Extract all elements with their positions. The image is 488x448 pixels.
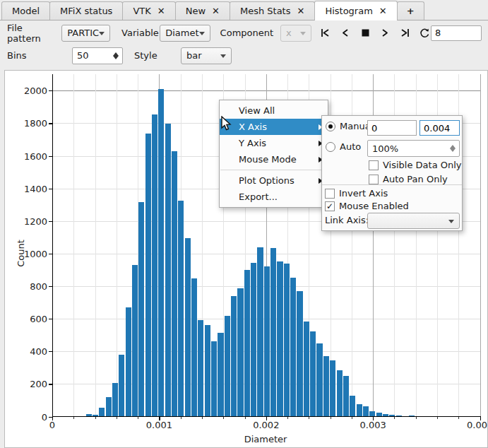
variable-combobox[interactable]: Diamet [160, 25, 210, 42]
x-minor-tick-mark [138, 417, 138, 419]
chevron-down-icon [220, 54, 226, 61]
histogram-bar [132, 265, 138, 416]
style-combobox[interactable]: bar [181, 47, 232, 64]
spin-down-icon[interactable] [113, 56, 119, 62]
menu-item-label: X Axis [239, 122, 267, 132]
tab-histogram[interactable]: Histogram✕ [314, 1, 397, 20]
histogram-bar [304, 322, 309, 416]
auto-percent-spinbox[interactable]: 100% [367, 140, 460, 157]
x-tick-label: 0.003 [360, 420, 386, 430]
checkbox-row-mouse-enabled: ✓Mouse Enabled [325, 201, 409, 211]
chevron-down-icon [448, 220, 454, 226]
refresh-button[interactable] [419, 27, 431, 39]
bins-spinbox[interactable]: 50 [72, 47, 123, 64]
tab-label: Mesh Stats [240, 6, 291, 16]
spin-up-icon[interactable] [450, 142, 456, 148]
gridline-vertical-minor [117, 74, 117, 417]
tab-new[interactable]: New✕ [175, 1, 230, 20]
step-forward-button[interactable] [379, 27, 391, 39]
close-icon[interactable]: ✕ [379, 6, 387, 16]
file-pattern-combobox[interactable]: PARTIC [61, 25, 110, 42]
y-tick-label: 1600 [24, 151, 47, 161]
histogram-bar [337, 370, 343, 417]
histogram-bar [178, 201, 184, 417]
chevron-down-icon [199, 32, 205, 38]
skip-backward-button[interactable] [320, 27, 332, 39]
menu-item-label: Y Axis [239, 138, 266, 148]
menu-item-y-axis[interactable]: Y Axis [220, 135, 328, 151]
axis-min-input[interactable] [367, 120, 417, 136]
menu-item-export[interactable]: Export... [220, 189, 328, 205]
checkbox[interactable] [369, 160, 379, 170]
checkbox[interactable] [325, 189, 335, 199]
menu-item-label: View All [239, 105, 275, 116]
histogram-bar [270, 248, 276, 417]
histogram-bar [211, 341, 217, 417]
x-minor-tick-mark [245, 417, 246, 419]
chevron-down-icon [300, 32, 306, 38]
checkbox[interactable] [369, 175, 379, 184]
x-minor-tick-mark [287, 417, 288, 419]
menu-item-x-axis[interactable]: X Axis [220, 119, 328, 135]
frame-index-input[interactable] [431, 25, 482, 41]
stop-button[interactable] [359, 27, 371, 39]
x-axis-line [52, 416, 481, 417]
checkbox-label: Visible Data Only [383, 160, 462, 170]
close-icon[interactable]: ✕ [212, 6, 220, 16]
x-minor-tick-mark [73, 417, 74, 419]
y-tick-label: 400 [30, 346, 47, 357]
checkbox-label: Auto Pan Only [383, 174, 448, 184]
component-value: x [286, 28, 292, 38]
histogram-bar [310, 331, 316, 417]
histogram-bar [138, 202, 144, 417]
histogram-bar [257, 247, 263, 417]
histogram-bar [264, 266, 270, 417]
step-backward-button[interactable] [340, 27, 352, 39]
spin-up-icon[interactable] [113, 49, 119, 56]
skip-forward-button[interactable] [399, 27, 411, 39]
axis-max-input[interactable] [419, 120, 460, 136]
checkbox-row-visible-data-only: Visible Data Only [369, 160, 462, 170]
gridline-vertical-minor [73, 74, 74, 417]
close-icon[interactable]: ✕ [297, 6, 304, 16]
toolbar-row-1: File pattern PARTIC Variable Diamet Comp… [0, 20, 488, 44]
menu-item-plot-options[interactable]: Plot Options [220, 172, 328, 189]
manual-radio[interactable] [326, 122, 335, 131]
menu-item-mouse-mode[interactable]: Mouse Mode [220, 151, 328, 167]
bins-label: Bins [7, 50, 65, 61]
tab-model[interactable]: Model [1, 1, 50, 20]
close-icon[interactable]: ✕ [157, 6, 165, 16]
histogram-bar [251, 263, 256, 416]
file-pattern-label: File pattern [7, 23, 54, 44]
tab-label: Model [12, 6, 40, 16]
toolbar-row-2: Bins 50 Style bar [0, 44, 488, 67]
spin-buttons[interactable] [111, 49, 120, 62]
histogram-bar [119, 355, 124, 417]
link-axis-label: Link Axis: [325, 215, 369, 225]
x-axis-submenu: Manual Auto 100% Visible Data OnlyAuto P… [321, 115, 463, 231]
mfix-window: { "tabs": { "items": [ {"label": "Model"… [0, 0, 488, 448]
auto-radio[interactable] [326, 142, 335, 152]
histogram-bar [231, 296, 237, 416]
new-tab-button[interactable]: + [397, 1, 424, 20]
tab-vtk[interactable]: VTK✕ [122, 1, 175, 20]
checkbox[interactable]: ✓ [325, 201, 335, 211]
tab-mesh-stats[interactable]: Mesh Stats✕ [230, 1, 315, 20]
histogram-bar [277, 261, 282, 416]
group-divider [322, 184, 462, 185]
tab-mfix-status[interactable]: MFiX status [49, 1, 123, 20]
x-tick-label: 0.001 [146, 420, 172, 430]
spin-down-icon[interactable] [450, 148, 456, 155]
tab-bar: ModelMFiX statusVTK✕New✕Mesh Stats✕Histo… [0, 0, 488, 20]
plot-context-menu: View AllX AxisY AxisMouse ModePlot Optio… [219, 100, 328, 208]
y-tick-label: 600 [30, 314, 47, 324]
menu-item-view-all[interactable]: View All [220, 102, 328, 119]
component-label: Component [220, 28, 273, 38]
x-minor-tick-mark [202, 417, 203, 419]
menu-item-label: Mouse Mode [239, 154, 297, 165]
histogram-bar [323, 356, 329, 416]
histogram-bar [225, 316, 230, 417]
link-axis-combobox[interactable] [367, 213, 460, 229]
x-minor-tick-mark [117, 417, 117, 419]
histogram-bar [205, 325, 210, 417]
